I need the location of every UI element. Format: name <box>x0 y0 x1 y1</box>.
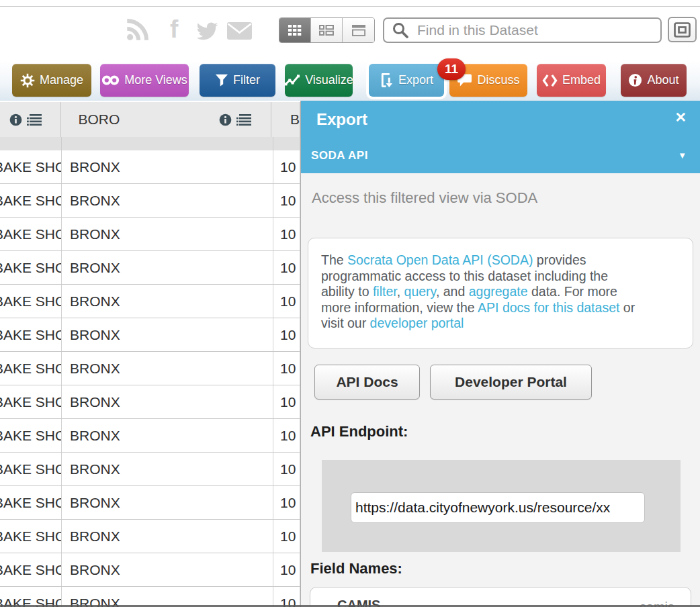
table-row[interactable]: BAKE SHOPBRONX10 <box>0 553 300 587</box>
about-button[interactable]: About <box>621 64 687 97</box>
cell-dba[interactable]: BAKE SHOP <box>0 520 62 553</box>
embed-button[interactable]: Embed <box>537 64 606 97</box>
page-view-toggle[interactable] <box>343 18 374 42</box>
cell-building[interactable]: 10 <box>273 520 300 553</box>
soda-description-link[interactable]: query <box>404 284 436 299</box>
cell-dba[interactable]: BAKE SHOP <box>0 385 62 418</box>
search-input[interactable] <box>409 22 660 38</box>
cell-building[interactable]: 10 <box>273 486 300 519</box>
filter-button[interactable]: Filter <box>200 64 275 97</box>
cell-dba[interactable]: BAKE SHOP <box>0 486 62 519</box>
cell-boro[interactable]: BRONX <box>62 553 273 586</box>
developer-portal-button[interactable]: Developer Portal <box>430 365 592 400</box>
soda-description-link[interactable]: API docs for this dataset <box>478 300 619 315</box>
api-endpoint-label: API Endpoint: <box>310 423 408 440</box>
table-row[interactable]: BAKE SHOPBRONX10 <box>0 520 300 553</box>
api-docs-button[interactable]: API Docs <box>314 365 420 400</box>
cell-boro[interactable]: BRONX <box>62 150 273 183</box>
cell-boro[interactable]: BRONX <box>62 486 273 519</box>
column-menu-icon[interactable] <box>236 114 251 126</box>
cell-boro[interactable]: BRONX <box>62 352 273 385</box>
fullscreen-button[interactable] <box>668 17 697 42</box>
cell-dba[interactable]: BAKE SHOP <box>0 587 62 607</box>
cell-building[interactable]: 10 <box>273 352 300 385</box>
cell-building[interactable]: 10 <box>273 553 300 586</box>
cell-boro[interactable]: BRONX <box>62 453 273 485</box>
cell-building[interactable]: 10 <box>273 218 300 250</box>
cell-boro[interactable]: BRONX <box>62 520 273 553</box>
table-row[interactable]: BAKE SHOPBRONX10 <box>0 419 300 453</box>
cell-dba[interactable]: BAKE SHOP <box>0 218 62 250</box>
table-row[interactable]: BAKE SHOPBRONX10 <box>0 285 300 318</box>
cell-building[interactable]: 10 <box>273 251 300 284</box>
cell-building[interactable]: 10 <box>273 184 300 217</box>
table-row[interactable]: BAKE SHOPBRONX10 <box>0 486 300 520</box>
funnel-icon <box>215 73 228 87</box>
column-header-boro[interactable]: BORO <box>61 102 271 137</box>
chevron-down-icon[interactable]: ▼ <box>678 150 687 160</box>
fatrow-view-toggle[interactable] <box>311 18 343 42</box>
cell-boro[interactable]: BRONX <box>62 251 273 284</box>
visualize-button[interactable]: Visualize <box>285 64 353 97</box>
facebook-icon[interactable]: f <box>170 17 178 42</box>
api-endpoint-input[interactable] <box>351 492 645 523</box>
dataset-toolbar: ManageMore ViewsFilterVisualizeExportDis… <box>0 60 700 101</box>
table-header-row: BORO B <box>0 102 300 137</box>
cell-building[interactable]: 10 <box>273 453 300 485</box>
cell-building[interactable]: 10 <box>273 150 300 183</box>
cell-building[interactable]: 10 <box>273 587 300 607</box>
top-divider <box>0 6 700 7</box>
cell-boro[interactable]: BRONX <box>62 285 273 318</box>
cell-building[interactable]: 10 <box>273 318 300 351</box>
cell-boro[interactable]: BRONX <box>62 587 273 607</box>
cell-boro[interactable]: BRONX <box>62 218 273 250</box>
email-icon[interactable] <box>227 22 252 40</box>
search-icon <box>392 21 409 39</box>
close-icon[interactable]: ✕ <box>674 109 687 126</box>
cell-boro[interactable]: BRONX <box>62 184 273 217</box>
rss-icon[interactable] <box>125 17 150 42</box>
table-row[interactable]: BAKE SHOPBRONX10 <box>0 218 300 251</box>
export-doc-icon <box>380 73 394 88</box>
table-row[interactable]: BAKE SHOPBRONX10 <box>0 150 300 184</box>
cell-dba[interactable]: BAKE SHOP <box>0 285 62 318</box>
cell-dba[interactable]: BAKE SHOP <box>0 453 62 485</box>
column-info-icon[interactable] <box>219 113 232 126</box>
cell-boro[interactable]: BRONX <box>62 385 273 418</box>
manage-button[interactable]: Manage <box>12 64 91 97</box>
table-row[interactable]: BAKE SHOPBRONX10 <box>0 352 300 385</box>
soda-description-link[interactable]: filter <box>373 284 397 299</box>
cell-dba[interactable]: BAKE SHOP <box>0 184 62 217</box>
table-row[interactable]: BAKE SHOPBRONX10 <box>0 453 300 486</box>
table-row[interactable]: BAKE SHOPBRONX10 <box>0 318 300 352</box>
soda-description-link[interactable]: aggregate <box>469 284 528 299</box>
table-row[interactable]: BAKE SHOPBRONX10 <box>0 184 300 218</box>
cell-building[interactable]: 10 <box>273 285 300 318</box>
table-view-toggle[interactable] <box>279 18 311 42</box>
soda-description-link[interactable]: Socrata Open Data API (SODA) <box>347 252 533 267</box>
table-row[interactable]: BAKE SHOPBRONX10 <box>0 587 300 607</box>
column-header-dba[interactable] <box>0 102 61 137</box>
cell-building[interactable]: 10 <box>273 385 300 418</box>
cell-dba[interactable]: BAKE SHOP <box>0 553 62 586</box>
cell-dba[interactable]: BAKE SHOP <box>0 251 62 284</box>
soda-description-text: provides <box>533 252 586 267</box>
cell-dba[interactable]: BAKE SHOP <box>0 150 62 183</box>
cell-boro[interactable]: BRONX <box>62 318 273 351</box>
column-info-icon[interactable] <box>9 113 22 126</box>
cell-boro[interactable]: BRONX <box>62 419 273 452</box>
cell-dba[interactable]: BAKE SHOP <box>0 318 62 351</box>
cell-dba[interactable]: BAKE SHOP <box>0 419 62 452</box>
export-button[interactable]: Export <box>369 64 444 97</box>
cell-dba[interactable]: BAKE SHOP <box>0 352 62 385</box>
info-circle-icon <box>628 73 642 87</box>
more-views-button[interactable]: More Views <box>100 64 189 97</box>
soda-api-section-header[interactable]: SODA API ▼ <box>301 142 700 173</box>
twitter-icon[interactable] <box>193 21 219 42</box>
table-row[interactable]: BAKE SHOPBRONX10 <box>0 385 300 419</box>
cell-building[interactable]: 10 <box>273 419 300 452</box>
column-header-building[interactable]: B <box>271 102 300 137</box>
column-menu-icon[interactable] <box>27 114 42 126</box>
soda-description-link[interactable]: developer portal <box>370 316 464 330</box>
table-row[interactable]: BAKE SHOPBRONX10 <box>0 251 300 285</box>
